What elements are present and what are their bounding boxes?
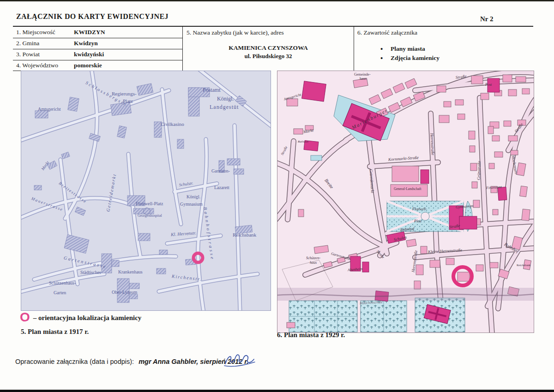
map-label-1929: Schützen- [306, 256, 320, 260]
map-label-1917: Flottwell-Platz [136, 202, 163, 206]
attachment-contents-cell: 6. Zawartość załącznika Plany miasta Zdj… [354, 27, 533, 71]
footer-label: Opracowanie załącznika (data i podpis): [15, 358, 134, 365]
map-label-1929: Post [485, 83, 492, 87]
row-value: Kwidzyn [74, 40, 98, 47]
monument-address: ul. Piłsudskiego 32 [183, 53, 354, 60]
table-row: 3. Powiat kwidzyński [13, 49, 182, 60]
attachment-contents-list: Plany miasta Zdjęcia kamienicy [380, 44, 440, 63]
attachment-contents-label: 6. Zawartość załącznika [357, 29, 417, 36]
monument-cell-label: 5. Nazwa zabytku (jak w karcie), adres [187, 29, 284, 36]
city-plan-1917-map: Regierungs- Platz Königl. Landgestüt Amt… [21, 71, 271, 311]
map-label-1917: Garnison- [211, 169, 230, 173]
row-label: 1. Miejscowość [16, 29, 55, 36]
map-label-1917: Postamt [203, 87, 221, 93]
map-label-1917: Schützenhaus- [49, 281, 76, 285]
scan-edge-bottom [0, 390, 554, 392]
map-label-1917: Garten [54, 291, 66, 295]
map-label-1917: Krankenhaus [118, 270, 143, 274]
scanned-document-page: ZAŁĄCZNIK DO KARTY EWIDENCYJNEJ Nr 2 1. … [0, 0, 554, 392]
map-1929-drawing [277, 71, 534, 333]
table-row: 4. Województwo pomorskie [13, 60, 182, 71]
legend: O – orientacyjna lokalizacja kamienicy [20, 311, 141, 324]
table-row: 1. Miejscowość KWIDZYN [13, 27, 182, 38]
footer: Opracowanie załącznika (data i podpis): … [15, 358, 248, 365]
map-label-1917: Georgenhospital [138, 214, 162, 218]
page-number: Nr 2 [480, 15, 493, 23]
map-label-1929: Rathaus [298, 140, 308, 143]
scan-edge-top [0, 0, 554, 1]
map-label-1917: Amtsgericht [38, 107, 60, 112]
location-marker-symbol: O [20, 311, 30, 324]
map-label-1929: Reichsbank [517, 264, 530, 267]
legend-text: – orientacyjna lokalizacja kamienicy [33, 311, 142, 322]
signature [223, 352, 258, 369]
map-label-1917: Reichsbank [233, 232, 256, 238]
page-title: ZAŁĄCZNIK DO KARTY EWIDENCYJNEJ [16, 12, 169, 21]
caption-plan-1917: 5. Plan miasta z 1917 r. [21, 328, 89, 336]
row-value: kwidzyński [74, 51, 104, 58]
map-label-1929: Flottwell- [412, 208, 427, 211]
map-label-1917: Civilkasino [161, 122, 184, 127]
row-label: 3. Powiat [16, 51, 40, 58]
map-label-1929: haus [360, 77, 367, 81]
row-value: pomorskie [74, 62, 102, 69]
map-label-1917: Lazarett [214, 185, 229, 190]
map-label-1929: Grünstraße [477, 161, 482, 180]
map-label-1929: General-Landschaft [394, 187, 422, 191]
list-item: Plany miasta [380, 44, 440, 53]
caption-plan-1929: 6. Plan miasta z 1929 r. [277, 331, 345, 339]
row-label: 2. Gmina [16, 40, 39, 47]
map-label-1917: Königl. [187, 195, 200, 199]
map-label-1929: Gemeinde- [354, 73, 371, 77]
city-plan-1929-map: Gemeinde- haus Amtsgericht Marienburger … [277, 71, 534, 333]
row-value: KWIDZYN [74, 29, 105, 36]
row-label: 4. Województwo [16, 62, 58, 69]
map-label-1917: Städtisches [80, 270, 101, 275]
map-label-1929: Herrenstraße [430, 133, 435, 155]
map-label-1917: Gymnasium [180, 202, 203, 207]
table-row: 2. Gmina Kwidzyn [13, 38, 182, 49]
list-item: Zdjęcia kamienicy [380, 53, 440, 63]
map-label-1929: haus [310, 261, 317, 265]
map-label-1917: Königl. [217, 96, 234, 101]
map-label-1917: Landgestüt [210, 104, 239, 110]
map-label-1917: Ober-Lyzeum [112, 290, 137, 295]
monument-name: KAMIENICA CZYNSZOWA [183, 44, 354, 52]
monument-cell: 5. Nazwa zabytku (jak w karcie), adres K… [182, 27, 354, 71]
map-label-1929: Platz [414, 220, 422, 223]
